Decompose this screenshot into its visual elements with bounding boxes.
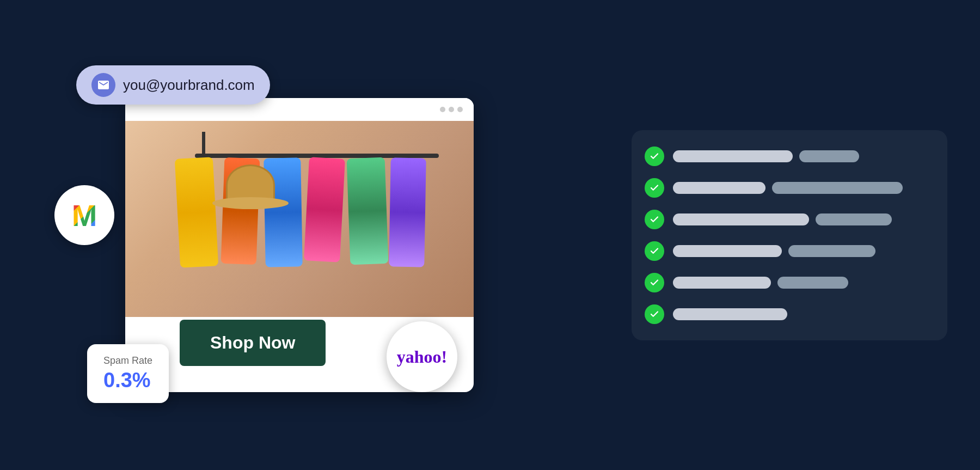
- email-product-image: [125, 121, 474, 317]
- email-pill: you@yourbrand.com: [76, 65, 270, 105]
- bar-short: [799, 150, 859, 162]
- hat-decoration: [212, 164, 289, 176]
- shirt-purple: [389, 157, 426, 267]
- check-icon-2: [645, 178, 664, 198]
- hat-brim: [212, 197, 289, 209]
- bar-short: [777, 277, 848, 289]
- spam-rate-value: 0.3%: [103, 369, 152, 392]
- checkmark-icon: [650, 183, 659, 193]
- row-bars-1: [673, 150, 934, 162]
- shop-now-button[interactable]: Shop Now: [180, 320, 326, 366]
- bar-long: [673, 150, 793, 162]
- check-icon-3: [645, 210, 664, 229]
- check-icon-5: [645, 273, 664, 292]
- email-address: you@yourbrand.com: [123, 77, 255, 94]
- email-icon-circle: [91, 73, 115, 97]
- rack-support: [202, 132, 205, 159]
- bar-long: [673, 308, 787, 320]
- row-bars-6: [673, 308, 934, 320]
- dot-3: [457, 107, 463, 112]
- row-bars-3: [673, 213, 934, 225]
- checklist-row: [645, 210, 934, 229]
- row-bars-5: [673, 277, 934, 289]
- bar-short: [816, 213, 892, 225]
- check-icon-6: [645, 304, 664, 324]
- spam-rate-card: Spam Rate 0.3%: [87, 344, 169, 403]
- dot-1: [440, 107, 445, 112]
- bar-long: [673, 245, 782, 257]
- checkmark-icon: [650, 151, 659, 161]
- browser-dots: [440, 107, 463, 112]
- checklist-row: [645, 304, 934, 324]
- row-bars-2: [673, 182, 934, 194]
- row-bars-4: [673, 245, 934, 257]
- shirt-pink: [304, 157, 345, 262]
- checklist-row: [645, 241, 934, 261]
- checkmark-icon: [650, 309, 659, 319]
- yahoo-logo: yahoo!: [387, 321, 457, 392]
- envelope-icon: [97, 78, 110, 91]
- dot-2: [449, 107, 454, 112]
- bar-short: [788, 245, 875, 257]
- bar-long: [673, 182, 765, 194]
- spam-rate-label: Spam Rate: [103, 355, 152, 367]
- yahoo-icon: yahoo!: [397, 347, 447, 367]
- checklist-panel: [632, 130, 947, 340]
- left-section: you@yourbrand.com M: [44, 33, 468, 436]
- clothes-rack-background: [125, 121, 474, 317]
- bar-long: [673, 277, 771, 289]
- right-section: [632, 130, 947, 340]
- checklist-row: [645, 147, 934, 166]
- checkmark-icon: [650, 278, 659, 288]
- check-icon-1: [645, 147, 664, 166]
- bar-long: [673, 213, 809, 225]
- shirt-green: [346, 157, 388, 265]
- checklist-row: [645, 178, 934, 198]
- checklist-row: [645, 273, 934, 292]
- bar-short: [772, 182, 903, 194]
- gmail-logo: M: [54, 185, 114, 245]
- checkmark-icon: [650, 246, 659, 256]
- gmail-icon: M: [72, 198, 97, 233]
- checkmark-icon: [650, 215, 659, 224]
- check-icon-4: [645, 241, 664, 261]
